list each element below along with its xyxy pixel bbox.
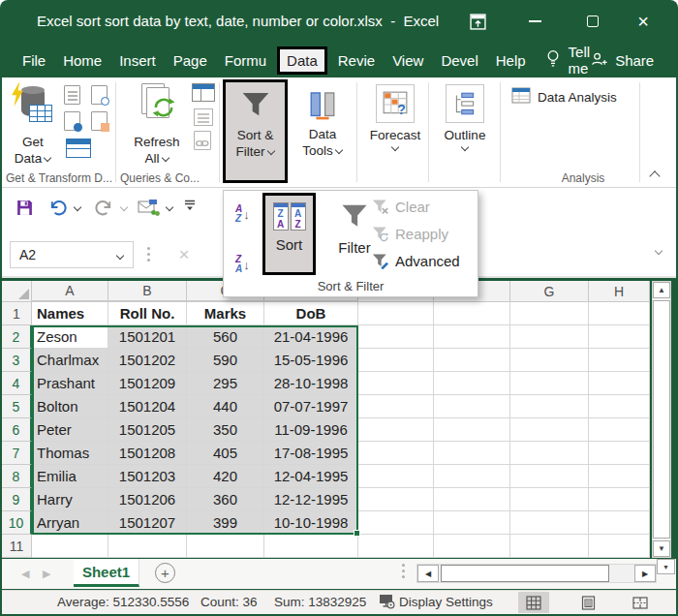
tab-page-layout[interactable]: Page <box>165 46 216 75</box>
cell[interactable] <box>358 395 434 418</box>
cell[interactable] <box>510 488 589 511</box>
normal-view-button[interactable] <box>518 592 549 613</box>
email-update-button[interactable] <box>138 199 173 217</box>
cell[interactable] <box>589 372 650 395</box>
cell-D1[interactable]: DoB <box>264 302 358 325</box>
row-header-10[interactable]: 10 <box>2 511 32 535</box>
cell[interactable] <box>434 349 510 372</box>
cell[interactable] <box>589 325 650 349</box>
scroll-down-corner-button[interactable]: ▼ <box>657 559 675 574</box>
cell-A7[interactable]: Thomas <box>32 442 108 465</box>
minimize-button[interactable] <box>521 10 548 33</box>
cell[interactable] <box>32 535 108 558</box>
new-sheet-button[interactable]: + <box>155 563 175 583</box>
cell-B9[interactable]: 1501206 <box>108 488 187 511</box>
sort-a-to-z-button[interactable]: AZ ↓ <box>235 199 264 230</box>
ribbon-display-options-icon[interactable] <box>464 10 491 33</box>
cell-A8[interactable]: Emilia <box>32 465 108 488</box>
cell[interactable] <box>510 372 589 395</box>
outline-button[interactable]: Outline <box>434 79 496 183</box>
row-header-7[interactable]: 7 <box>2 442 32 465</box>
cell[interactable] <box>510 442 589 465</box>
cell-D9[interactable]: 12-12-1995 <box>264 488 358 511</box>
cell[interactable] <box>187 535 264 558</box>
tab-insert[interactable]: Insert <box>110 46 165 75</box>
cell-A2-active[interactable]: Zeson <box>32 325 108 349</box>
cell[interactable] <box>434 325 510 349</box>
tab-developer[interactable]: Devel <box>432 46 486 75</box>
cell-A1[interactable]: Names <box>32 302 108 325</box>
existing-connections-icon[interactable] <box>66 139 91 158</box>
cell[interactable] <box>510 302 589 325</box>
scroll-right-button[interactable]: ▶ <box>634 565 656 582</box>
tab-help[interactable]: Help <box>487 46 535 75</box>
cell[interactable] <box>434 395 510 418</box>
sort-z-to-a-button[interactable]: ZA ↓ <box>235 249 264 280</box>
display-settings-button[interactable]: Display Settings <box>399 595 493 609</box>
cell-A4[interactable]: Prashant <box>32 372 108 395</box>
maximize-button[interactable] <box>579 10 606 33</box>
scroll-left-button[interactable]: ◀ <box>417 565 439 582</box>
cell[interactable] <box>358 535 434 558</box>
cell-B6[interactable]: 1501205 <box>108 418 187 442</box>
cell[interactable] <box>434 442 510 465</box>
cell-D2[interactable]: 21-04-1996 <box>264 325 358 349</box>
cell[interactable] <box>358 418 434 442</box>
forecast-button[interactable]: ? Forecast <box>364 79 426 183</box>
cell[interactable] <box>510 418 589 442</box>
cell[interactable] <box>358 325 434 349</box>
recent-sources-icon[interactable] <box>91 85 108 105</box>
cell[interactable] <box>358 302 434 325</box>
cell-C7[interactable]: 405 <box>187 442 264 465</box>
scroll-up-button[interactable]: ▲ <box>653 282 670 298</box>
column-header-G[interactable]: G <box>510 281 589 302</box>
cell[interactable] <box>510 535 589 558</box>
cell[interactable] <box>358 372 434 395</box>
from-web-icon[interactable] <box>64 111 80 131</box>
cell-B2[interactable]: 1501201 <box>108 325 187 349</box>
name-box[interactable]: A2 <box>10 241 134 268</box>
tell-me-button[interactable]: Tell me <box>546 44 591 77</box>
cell-B4[interactable]: 1501209 <box>108 372 187 395</box>
cell[interactable] <box>589 511 650 535</box>
cell[interactable] <box>264 535 358 558</box>
cell-A5[interactable]: Bolton <box>32 395 108 418</box>
cell[interactable] <box>589 418 650 442</box>
collapse-ribbon-icon[interactable] <box>649 169 661 180</box>
undo-button[interactable] <box>47 199 81 217</box>
cell-C6[interactable]: 350 <box>187 418 264 442</box>
row-header-5[interactable]: 5 <box>2 395 32 418</box>
horizontal-scrollbar-thumb[interactable] <box>441 565 609 582</box>
cell-B3[interactable]: 1501202 <box>108 349 187 372</box>
cell-C2[interactable]: 560 <box>187 325 264 349</box>
cell-C10[interactable]: 399 <box>187 511 264 535</box>
cell[interactable] <box>434 372 510 395</box>
cell-D7[interactable]: 17-08-1995 <box>264 442 358 465</box>
cell-C5[interactable]: 440 <box>187 395 264 418</box>
from-text-icon[interactable] <box>64 85 80 105</box>
cell-D3[interactable]: 15-05-1996 <box>264 349 358 372</box>
properties-icon[interactable] <box>194 108 213 126</box>
from-table-icon[interactable] <box>91 111 108 131</box>
cell[interactable] <box>589 465 650 488</box>
cell[interactable] <box>434 511 510 535</box>
tab-home[interactable]: Home <box>54 46 110 75</box>
select-all-corner[interactable] <box>2 281 32 302</box>
cell-B8[interactable]: 1501203 <box>108 465 187 488</box>
row-header-6[interactable]: 6 <box>2 418 32 442</box>
tab-bar-resize-handle[interactable] <box>402 570 405 572</box>
data-analysis-button[interactable]: Data Analysis <box>511 87 617 107</box>
cell-B10[interactable]: 1501207 <box>108 511 187 535</box>
save-button[interactable] <box>15 199 34 217</box>
cell-C3[interactable]: 590 <box>187 349 264 372</box>
page-break-view-button[interactable] <box>625 592 656 613</box>
cell[interactable] <box>434 488 510 511</box>
cell-A3[interactable]: Charlmax <box>32 349 108 372</box>
cell[interactable] <box>510 511 589 535</box>
cell[interactable] <box>589 535 650 558</box>
row-header-11[interactable]: 11 <box>2 535 32 558</box>
horizontal-scrollbar[interactable]: ◀ ▶ <box>416 564 657 583</box>
tab-view[interactable]: View <box>384 46 432 75</box>
share-button[interactable]: Share <box>590 51 654 70</box>
column-header-A[interactable]: A <box>32 281 108 302</box>
